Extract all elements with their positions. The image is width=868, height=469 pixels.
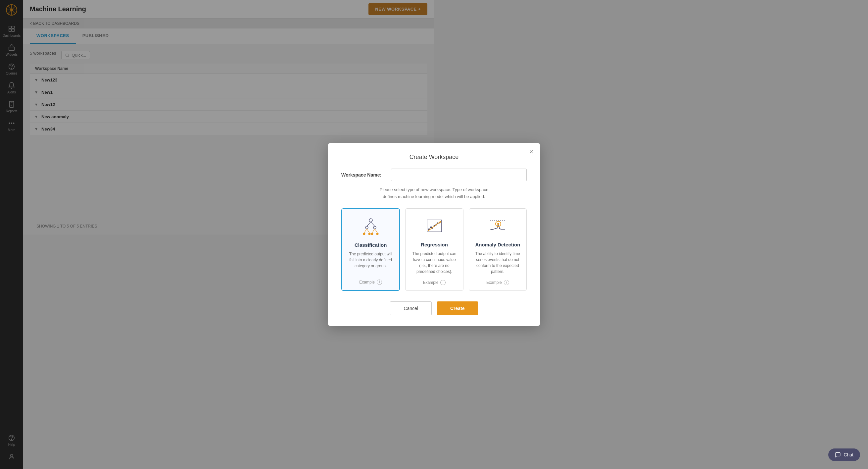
svg-rect-38 (427, 220, 434, 232)
svg-line-26 (367, 222, 371, 226)
svg-line-30 (364, 229, 367, 233)
svg-point-35 (368, 233, 370, 235)
svg-point-25 (369, 218, 372, 222)
svg-point-34 (363, 233, 365, 235)
classification-icon (360, 217, 381, 235)
modal-title: Create Workspace (341, 154, 434, 160)
svg-point-29 (373, 226, 376, 229)
type-card-regression[interactable]: Regression The predicted output can have… (405, 208, 434, 235)
svg-line-27 (371, 222, 375, 226)
type-cards: Classification The predicted output will… (341, 208, 434, 235)
svg-point-37 (376, 233, 378, 235)
workspace-name-input[interactable] (391, 169, 434, 181)
workspace-name-field-row: Workspace Name: (341, 169, 434, 181)
svg-line-32 (372, 229, 375, 233)
type-card-classification[interactable]: Classification The predicted output will… (341, 208, 400, 235)
help-text: Please select type of new workspace. Typ… (341, 186, 434, 200)
svg-point-36 (371, 233, 373, 235)
svg-point-28 (366, 226, 368, 229)
regression-icon (424, 216, 434, 235)
workspace-name-label: Workspace Name: (341, 172, 391, 178)
svg-line-31 (367, 229, 369, 233)
create-workspace-modal: × Create Workspace Workspace Name: Pleas… (328, 143, 434, 235)
svg-line-33 (375, 229, 377, 233)
modal-overlay: × Create Workspace Workspace Name: Pleas… (0, 0, 434, 235)
